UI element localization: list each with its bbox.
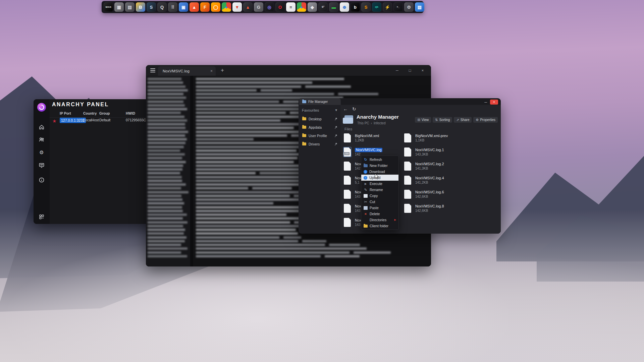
bolt-icon: ⚡ (385, 5, 390, 9)
log-gutter-line (148, 157, 182, 159)
log-gutter-line (148, 161, 186, 163)
dock-icon-s-squared[interactable]: S² (318, 2, 328, 12)
log-gutter-line (148, 255, 187, 257)
file-item[interactable]: NoxVMSVC.log.6142,6KB (404, 189, 464, 199)
dock-icon-opera[interactable]: O (275, 2, 285, 12)
dock-icon-firefox[interactable]: F (200, 2, 210, 12)
file-item[interactable]: NoxVMSVC.log.2141,3KB (404, 161, 464, 171)
menu-item-refresh[interactable]: ↻Refresh (361, 157, 398, 163)
dock-icon-nexus[interactable]: NEXUS (104, 2, 113, 12)
sidebar-item-desktop[interactable]: Desktop (299, 115, 340, 123)
dock-icon-lock[interactable]: ◎ (265, 2, 274, 12)
log-text-line (196, 138, 254, 140)
dock-icon-chrome-2[interactable]: ● (297, 2, 306, 12)
editor-titlebar[interactable]: NoxVMSVC.log × + ─ □ × (146, 65, 431, 76)
dock-icon-diamond[interactable]: ◆ (308, 2, 317, 12)
toolbar-properties-button[interactable]: ⚙Properties (473, 117, 498, 123)
menu-item-delete[interactable]: ×Delete (361, 211, 398, 217)
dock-icon-search[interactable]: Q (157, 2, 167, 12)
toolbar-view-button[interactable]: ⊞View (415, 117, 431, 123)
close-button[interactable]: × (416, 65, 429, 76)
menu-icon[interactable] (150, 68, 155, 73)
dock-icon-brave[interactable]: ▲ (190, 2, 199, 12)
dock-icon-notes[interactable]: ≡ (286, 2, 296, 12)
close-button[interactable]: × (490, 100, 498, 105)
file-page-icon (344, 133, 351, 142)
log-text-line (302, 240, 326, 242)
new-tab-button[interactable]: + (218, 66, 226, 75)
users-icon[interactable] (34, 137, 50, 143)
sublime-icon: S (365, 5, 368, 9)
editor-tab[interactable]: NoxVMSVC.log × (158, 66, 216, 76)
dock-icon-audio[interactable]: b (351, 2, 360, 12)
info-icon[interactable] (34, 177, 50, 183)
builder-icon[interactable] (34, 214, 50, 220)
menu-item-execute[interactable]: ▶Execute (361, 181, 398, 187)
refresh-icon[interactable]: ↻ (352, 106, 356, 112)
dock-icon-terminal[interactable]: >_ (393, 2, 403, 12)
file-meta: Nox143 (355, 190, 362, 199)
home-icon[interactable] (34, 124, 50, 130)
favourites-header[interactable]: Favourites ▾ (299, 105, 340, 115)
toolbar-sorting-button[interactable]: ⇅Sorting (433, 117, 452, 123)
dock-icon-sublime[interactable]: S (361, 2, 371, 12)
menu-item-paste[interactable]: Paste (361, 205, 398, 211)
menu-item-cut[interactable]: ✂Cut (361, 199, 398, 205)
file-item[interactable]: NoxVMSVC.log.8142,6KB (404, 203, 464, 213)
dock-icon-qb[interactable]: qb (372, 2, 381, 12)
file-page-icon (404, 204, 411, 213)
menu-item-copy[interactable]: Copy (361, 193, 398, 199)
stats-icon[interactable] (34, 162, 50, 168)
log-gutter-line (148, 191, 189, 193)
log-text-line (325, 255, 360, 257)
file-item[interactable]: NoxVMSVC.log.4141,2KB (404, 175, 464, 185)
file-item[interactable]: BigNoxVM.xml1,2KB (343, 133, 404, 143)
dock-icon-bolt[interactable]: ⚡ (383, 2, 392, 12)
maximize-button[interactable]: □ (404, 65, 416, 76)
menu-item-new-folder[interactable]: New Folder (361, 163, 398, 169)
dock-icon-ring-orange[interactable]: ◯ (211, 2, 220, 12)
dock-icon-gear[interactable]: ⚙ (404, 2, 414, 12)
sidebar-item-user-profile[interactable]: User Profile (299, 131, 340, 140)
file-name: Nox (355, 162, 362, 166)
dock-icon-map-light[interactable]: ▼ (232, 2, 242, 12)
dock-icon-app-grid[interactable]: ⠿ (168, 2, 177, 12)
menu-item-download[interactable]: ↓Download (361, 169, 398, 175)
dock-icon-rocket[interactable]: ▲ (243, 2, 253, 12)
tab-close-icon[interactable]: × (210, 66, 213, 76)
anarchy-sidebar: ⚙ (34, 99, 50, 224)
log-gutter-line (148, 225, 183, 227)
sidebar-item-appdata[interactable]: Appdata (299, 123, 340, 131)
file-item[interactable]: NoxVMSVC.log.1143,3KB (404, 147, 464, 157)
menu-item-client-folder[interactable]: Client folder (361, 223, 398, 229)
dock-icon-gallery[interactable]: ▦ (114, 2, 124, 12)
menu-item-directories[interactable]: Directories▶ (361, 217, 398, 223)
breadcrumb-root[interactable]: This PC (357, 121, 369, 125)
back-icon[interactable]: ← (343, 106, 348, 112)
dock-icon-explorer[interactable]: ▤ (415, 2, 424, 12)
minimize-button[interactable]: ─ (484, 100, 487, 104)
file-icon (343, 203, 352, 214)
file-item[interactable]: BigNoxVM.xml-prev1,1KB (404, 133, 464, 143)
file-meta: NoxVMSVC.log.1143,3KB (415, 148, 444, 157)
dock-icon-globe[interactable]: ⊕ (340, 2, 349, 12)
menu-item-rename[interactable]: ✎Rename (361, 187, 398, 193)
dock-icon-keypad[interactable]: ▤ (125, 2, 135, 12)
log-gutter-line (148, 108, 187, 110)
dock-icon-files-blue[interactable]: ▣ (179, 2, 188, 12)
favourites-list: DesktopAppdataUser ProfileDrivers (299, 115, 340, 148)
menu-cut-icon: ✂ (364, 200, 368, 204)
menu-item-upload[interactable]: ↑Upload (361, 175, 398, 181)
dock-icon-controller[interactable]: G (254, 2, 263, 12)
nexus-icon: NEXUS (105, 6, 111, 8)
dock-icon-steam[interactable]: S (147, 2, 156, 12)
file-manager-tab[interactable]: File Manager (299, 98, 341, 105)
minimize-button[interactable]: ─ (391, 65, 404, 76)
dock-icon-chrome[interactable]: ● (222, 2, 231, 12)
sidebar-item-drivers[interactable]: Drivers (299, 140, 340, 148)
dock-icon-monitor[interactable]: ▬ (329, 2, 338, 12)
gear-icon[interactable]: ⚙ (34, 149, 50, 156)
toolbar-share-button[interactable]: ⇗Share (454, 117, 472, 123)
editor-tab-title: NoxVMSVC.log (163, 69, 190, 73)
dock-icon-bot[interactable]: B (136, 2, 145, 12)
